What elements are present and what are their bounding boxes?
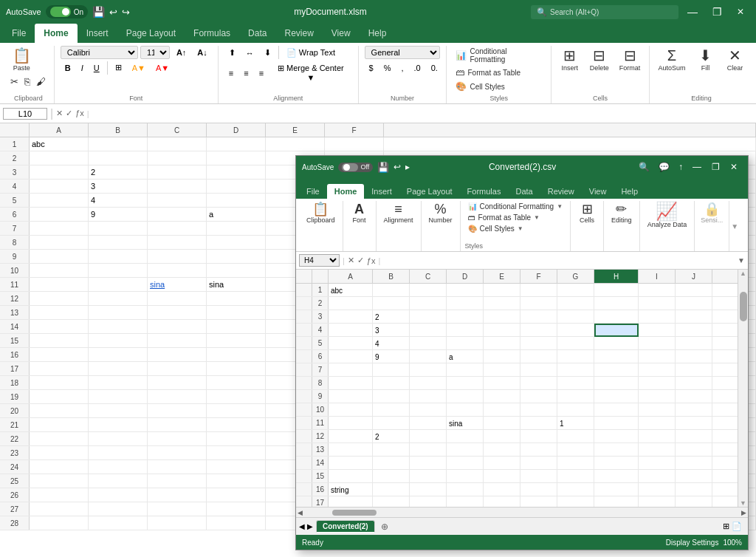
grid-cell[interactable] — [30, 418, 89, 431]
second-cancel-icon[interactable]: ✕ — [348, 256, 354, 265]
second-grid-cell[interactable] — [520, 350, 557, 363]
second-col-b[interactable]: B — [373, 270, 410, 283]
formula-input[interactable] — [92, 109, 753, 119]
second-grid-cell[interactable] — [676, 470, 712, 483]
grid-cell[interactable] — [148, 250, 207, 263]
tab-home[interactable]: Home — [35, 24, 77, 43]
second-grid-cell[interactable] — [639, 470, 676, 483]
second-grid-cell[interactable] — [639, 496, 676, 507]
second-grid-cell[interactable] — [676, 363, 712, 377]
grid-cell[interactable] — [148, 264, 207, 277]
second-grid-cell[interactable] — [557, 390, 594, 403]
grid-cell[interactable] — [89, 137, 148, 151]
grid-cell[interactable] — [89, 488, 148, 502]
comma-btn[interactable]: , — [397, 61, 408, 75]
tab-formulas[interactable]: Formulas — [185, 24, 239, 43]
second-grid-cell[interactable] — [557, 496, 594, 507]
second-grid-cell[interactable] — [484, 310, 520, 324]
second-grid-cell[interactable] — [639, 403, 676, 417]
grid-cell[interactable] — [207, 488, 266, 502]
restore-btn[interactable]: ❐ — [707, 6, 728, 18]
grid-cell[interactable] — [148, 502, 207, 516]
second-grid-cell[interactable] — [329, 377, 373, 390]
second-next-sheet[interactable]: ▶ — [307, 522, 313, 530]
decrease-font-btn[interactable]: A↓ — [193, 46, 211, 59]
second-grid-cell[interactable] — [639, 390, 676, 403]
second-grid-cell[interactable] — [329, 417, 373, 430]
second-autosave-badge[interactable]: Off — [338, 163, 373, 172]
undo-icon[interactable]: ↩ — [109, 7, 117, 18]
second-number-btn[interactable]: % Number — [426, 201, 456, 225]
second-grid-cell[interactable] — [520, 403, 557, 417]
second-display-settings[interactable]: Display Settings — [666, 539, 719, 547]
paste-button[interactable]: 📋 Paste — [8, 46, 35, 74]
second-conditional-formatting-btn[interactable]: 📊 Conditional Formatting ▼ — [465, 201, 566, 212]
second-grid-cell[interactable] — [594, 337, 639, 350]
second-grid-cell[interactable] — [639, 297, 676, 310]
fill-btn[interactable]: ⬇ Fill — [692, 46, 718, 74]
increase-font-btn[interactable]: A↑ — [172, 46, 190, 59]
grid-cell[interactable] — [207, 222, 266, 235]
second-grid-cell[interactable] — [410, 284, 447, 297]
grid-cell[interactable] — [30, 404, 89, 417]
second-grid-cell[interactable] — [557, 310, 594, 324]
grid-cell[interactable] — [148, 488, 207, 502]
grid-cell[interactable] — [148, 390, 207, 403]
second-grid-cell[interactable] — [484, 496, 520, 507]
align-middle-btn[interactable]: ↔ — [241, 46, 258, 60]
grid-cell[interactable] — [30, 194, 89, 207]
second-grid-cell[interactable] — [329, 470, 373, 483]
second-col-h[interactable]: H — [594, 270, 639, 283]
grid-cell[interactable]: sina — [207, 278, 266, 291]
second-grid-cell[interactable] — [484, 297, 520, 310]
tab-data[interactable]: Data — [239, 24, 275, 43]
second-ribbon-scroll-btn[interactable]: ▼ — [731, 222, 738, 230]
delete-btn[interactable]: ⊟ Delete — [586, 46, 613, 74]
second-grid-cell[interactable] — [594, 417, 639, 430]
grid-cell[interactable] — [30, 348, 89, 361]
second-grid-cell[interactable] — [447, 470, 484, 483]
second-grid-cell[interactable] — [639, 430, 676, 443]
grid-cell[interactable] — [89, 250, 148, 263]
grid-cell[interactable] — [89, 236, 148, 249]
grid-cell[interactable] — [148, 306, 207, 319]
grid-cell[interactable] — [148, 460, 207, 474]
grid-cell[interactable] — [89, 516, 148, 530]
second-grid-cell[interactable] — [373, 443, 410, 457]
second-undo-icon[interactable]: ↩ — [394, 162, 401, 172]
grid-cell[interactable] — [30, 306, 89, 319]
grid-cell[interactable] — [207, 516, 266, 530]
second-grid-cell[interactable]: 2 — [373, 310, 410, 324]
second-grid-cell[interactable] — [557, 297, 594, 310]
conditional-formatting-btn[interactable]: 📊 Conditional Formatting — [453, 46, 545, 65]
grid-cell[interactable] — [148, 376, 207, 389]
grid-cell[interactable] — [148, 165, 207, 179]
grid-cell[interactable] — [148, 292, 207, 305]
second-comments-icon[interactable]: 💬 — [655, 162, 673, 172]
name-box[interactable] — [3, 108, 47, 120]
second-grid-cell[interactable] — [639, 483, 676, 496]
grid-cell[interactable] — [148, 474, 207, 488]
grid-cell[interactable] — [89, 334, 148, 347]
second-grid-cell[interactable]: abc — [329, 284, 373, 297]
second-grid-cell[interactable] — [410, 390, 447, 403]
second-grid-cell[interactable] — [373, 377, 410, 390]
second-grid-cell[interactable] — [520, 443, 557, 457]
second-grid-cell[interactable]: sina — [447, 417, 484, 430]
second-grid-cell[interactable] — [639, 377, 676, 390]
second-grid-cell[interactable] — [484, 350, 520, 363]
grid-cell[interactable]: 9 — [89, 208, 148, 221]
second-col-e[interactable]: E — [484, 270, 520, 283]
second-name-box[interactable]: H4 — [299, 254, 340, 267]
second-grid-cell[interactable] — [484, 483, 520, 496]
second-grid-cell[interactable] — [520, 457, 557, 470]
format-painter-button[interactable]: 🖌 — [34, 75, 48, 89]
cell-styles-btn[interactable]: 🎨 Cell Styles — [453, 80, 545, 93]
second-save-icon[interactable]: 💾 — [377, 162, 389, 173]
grid-cell[interactable] — [148, 362, 207, 375]
col-header-a[interactable]: A — [30, 123, 89, 137]
second-grid-cell[interactable] — [520, 284, 557, 297]
second-grid-cell[interactable] — [557, 284, 594, 297]
second-grid-cell[interactable] — [447, 284, 484, 297]
grid-cell[interactable] — [89, 376, 148, 389]
